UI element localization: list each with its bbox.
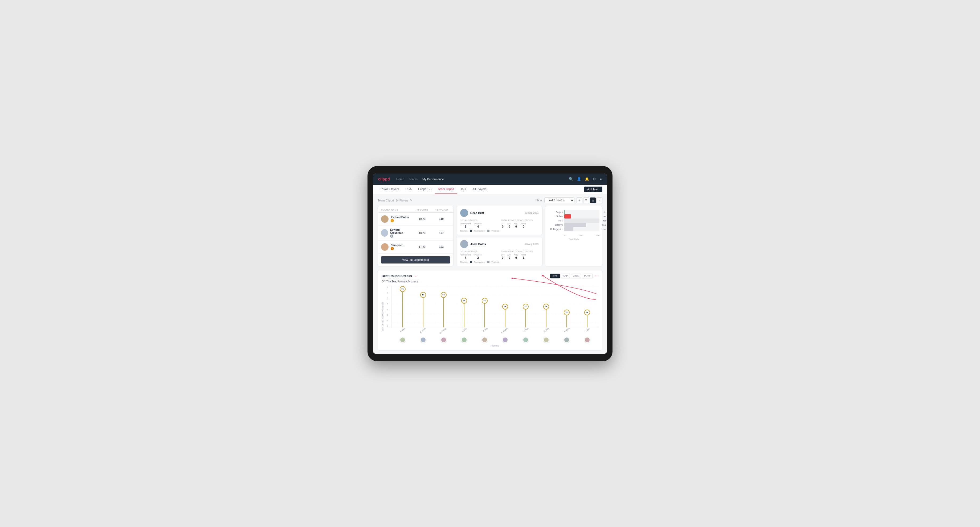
lb-row-1[interactable]: Richard Butler 1 19/20 110: [378, 213, 453, 226]
person-icon[interactable]: 👤: [577, 177, 581, 181]
sub-nav: PGAT Players PGA Hcaps 1-5 Team Clippd T…: [373, 185, 607, 194]
table-view-icon[interactable]: ↕: [597, 197, 602, 203]
card-view-icon[interactable]: ▤: [590, 197, 596, 203]
bar-fill-birdies: [564, 214, 571, 219]
avatar-icon[interactable]: ●: [600, 177, 602, 181]
card-date-josh: 26 Aug 2023: [525, 243, 538, 245]
pb-score-1: 19/20: [412, 217, 433, 221]
sub-nav-pgat[interactable]: PGAT Players: [378, 184, 402, 194]
lb-col-player: PLAYER NAME: [381, 208, 412, 211]
bar-label-pars: Pars: [548, 219, 563, 222]
pb-avg-2: 107: [433, 232, 450, 235]
streak-bubble-ewert: 7x: [400, 286, 406, 292]
add-team-button[interactable]: Add Team: [584, 187, 602, 192]
player-badge-2: 2: [390, 235, 412, 238]
streak-line-butler: [566, 316, 567, 327]
bar-value-birdies: 96: [603, 215, 606, 217]
streak-avatar-britt: [482, 337, 488, 343]
pb-score-3: 17/20: [412, 245, 433, 248]
bar-label-bogeys: Bogeys: [548, 224, 563, 226]
x-label-400: 400: [596, 235, 600, 237]
streak-line-coles: [464, 304, 465, 327]
bar-track-eagles: 3: [564, 210, 600, 214]
bar-value-bogeys: 311: [602, 224, 606, 226]
streaks-arrow-icon: ←: [414, 274, 418, 278]
streak-bubble-crossman: 4x: [502, 304, 508, 310]
player-name-1: Richard Butler: [391, 216, 409, 219]
app-stat-josh: APP 0: [508, 254, 511, 259]
nav-logo: clippd: [378, 177, 390, 181]
edit-icon[interactable]: ✎: [410, 198, 412, 202]
lb-col-pb-avg: PB AVG SQ: [433, 208, 450, 211]
card-player-name-rees: Rees Britt: [470, 211, 484, 214]
lb-row-2[interactable]: Edward Crossman 2 18/20 107: [378, 226, 453, 241]
player-cards-panel: Rees Britt 02 Sep 2023 Total Rounds Tour…: [456, 206, 542, 267]
bell-icon[interactable]: 🔔: [585, 177, 589, 181]
sub-nav-hcaps[interactable]: Hcaps 1-5: [415, 184, 434, 194]
bar-fill-pars: [564, 219, 600, 223]
card-stats-rees: Total Rounds Tournament 8 Practice 4: [460, 219, 538, 228]
arg-stat-josh: ARG 0: [514, 254, 518, 259]
card-avatar-rees: [460, 209, 468, 217]
y-tick-3: 3: [387, 308, 390, 311]
streak-name-coles: J. Coles: [461, 329, 471, 335]
lb-header: PLAYER NAME PB SCORE PB AVG SQ: [378, 206, 453, 213]
tournament-stat-rees: Tournament 8: [460, 222, 471, 228]
ott-stat-josh: OTT 0: [501, 254, 504, 259]
period-select[interactable]: Last 3 months: [544, 197, 574, 203]
grid-view-icon[interactable]: ⊞: [577, 197, 582, 203]
nav-link-home[interactable]: Home: [396, 178, 404, 181]
nav-link-performance[interactable]: My Performance: [422, 178, 444, 181]
streak-bars: 7x 6x 6x: [391, 286, 598, 327]
streak-bubble-miller: 4x: [543, 304, 549, 310]
card-player-info-rees: Rees Britt: [460, 209, 484, 217]
nav-actions: 🔍 👤 🔔 ⚙ ●: [569, 177, 602, 181]
total-rounds-label-josh: Total Rounds: [460, 250, 498, 252]
nav-link-teams[interactable]: Teams: [409, 178, 418, 181]
settings-icon[interactable]: ⚙: [593, 177, 596, 181]
lb-row-3[interactable]: Cameron... 3 17/20 103: [378, 241, 453, 254]
streak-bar-mcharg: 6x: [413, 286, 433, 327]
nav-links: Home Teams My Performance: [396, 178, 562, 181]
y-tick-5: 5: [387, 297, 390, 300]
sub-nav-all-players[interactable]: All Players: [469, 184, 490, 194]
sub-nav-pga[interactable]: PGA: [402, 184, 415, 194]
streak-player-names: E. Ewert B. McHarg D. Billingham J. Cole…: [391, 327, 598, 335]
bar-value-dbogeys: 131: [602, 228, 606, 230]
y-tick-4: 4: [387, 303, 390, 305]
filter-arrow-icon: ←: [595, 274, 598, 278]
streaks-title: Best Round Streaks: [382, 274, 412, 278]
stat-block-activities-josh: Total Practice Activities OTT 0 APP 0: [501, 250, 538, 259]
streak-avatar-butler: [564, 337, 570, 343]
nav-bar: clippd Home Teams My Performance 🔍 👤 🔔 ⚙…: [373, 173, 607, 185]
filter-btn-ott[interactable]: OTT: [550, 274, 560, 278]
view-leaderboard-button[interactable]: View Full Leaderboard: [381, 256, 450, 264]
y-tick-0: 0: [387, 325, 390, 327]
sub-nav-team-clippd[interactable]: Team Clippd: [434, 184, 457, 194]
pb-avg-3: 103: [433, 245, 450, 248]
filter-btn-putt[interactable]: PUTT: [582, 274, 593, 278]
player-info-1: Richard Butler 1: [381, 215, 412, 223]
player-badge-3: 3: [391, 247, 404, 250]
card-date-rees: 02 Sep 2023: [525, 211, 538, 214]
search-icon[interactable]: 🔍: [569, 177, 573, 181]
streaks-subtitle: Off The Tee, Fairway Accuracy: [382, 280, 598, 283]
streaks-filter-buttons: OTT APP ARG PUTT ←: [550, 274, 598, 278]
bar-track-pars: 499: [564, 219, 600, 223]
card-player-info-josh: Josh Coles: [460, 240, 486, 248]
streak-line-crossman: [505, 310, 506, 327]
x-label-0: 0: [564, 235, 565, 237]
filter-btn-app[interactable]: APP: [561, 274, 570, 278]
filter-btn-arg[interactable]: ARG: [571, 274, 581, 278]
x-axis-label: Players: [391, 344, 598, 347]
streak-avatar-coles: [461, 337, 467, 343]
sub-nav-tour[interactable]: Tour: [457, 184, 469, 194]
player-info-3: Cameron... 3: [381, 243, 412, 251]
streak-line-miller: [546, 310, 546, 327]
streak-plot: 7x 6x 6x: [391, 286, 598, 347]
streak-chart-area: Best Streak, Fairway Accuracy 7 6 5 4 3 …: [382, 286, 598, 347]
y-axis-label: Best Streak, Fairway Accuracy: [382, 286, 385, 347]
list-view-icon[interactable]: ☰: [583, 197, 589, 203]
streak-line-billingham: [444, 298, 444, 327]
practice-stat-josh: Practice 2: [474, 254, 482, 259]
